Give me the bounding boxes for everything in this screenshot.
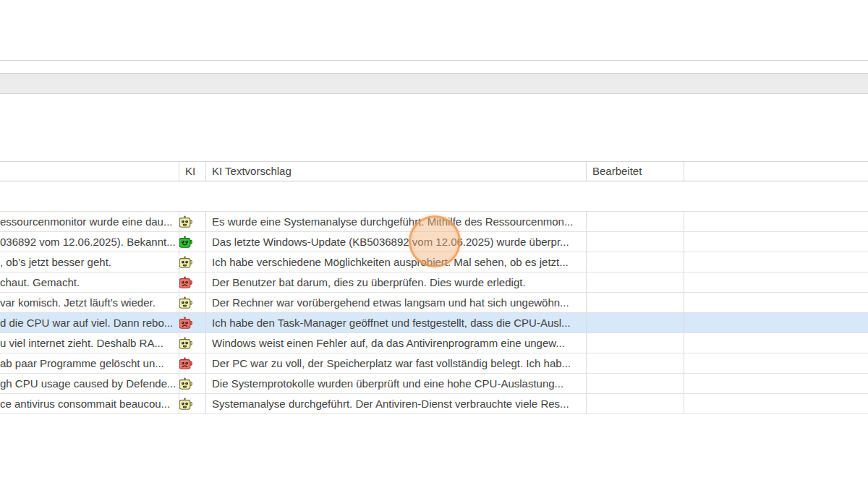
robot-neutral-icon	[179, 252, 206, 272]
cell-suggestion: Ich habe den Task-Manager geöffnet und f…	[206, 313, 587, 332]
cell-extra	[684, 313, 868, 332]
cell-left: ce antivirus consommait beaucou...	[0, 394, 179, 413]
table-row[interactable]: ab paar Programme gelöscht un...	[0, 353, 868, 374]
cell-ki	[179, 313, 206, 332]
toolbar-divider	[0, 60, 868, 61]
robot-neutral-icon	[179, 212, 206, 231]
cell-extra	[684, 394, 868, 413]
cell-edited	[587, 353, 684, 373]
cell-suggestion: Es wurde eine Systemanalyse durchgeführt…	[206, 212, 587, 231]
application-window: KI KI Textvorschlag Bearbeitet essourcen…	[0, 0, 868, 485]
cell-extra	[684, 272, 868, 292]
cell-extra	[684, 374, 868, 393]
cell-left: 036892 vom 12.06.2025). Bekannt...	[0, 232, 179, 252]
column-header-ki-textvorschlag[interactable]: KI Textvorschlag	[206, 162, 587, 181]
robot-sad-icon	[179, 313, 206, 332]
cell-edited	[587, 252, 684, 272]
cell-left: gh CPU usage caused by Defende...	[0, 374, 179, 393]
cell-ki	[179, 272, 206, 292]
grid-header-row: KI KI Textvorschlag Bearbeitet	[0, 161, 868, 181]
robot-happy-icon	[179, 232, 206, 252]
cell-edited	[587, 313, 684, 332]
cell-edited	[587, 212, 684, 231]
cell-ki	[179, 212, 206, 231]
cell-left: var komisch. Jetzt läuft’s wieder.	[0, 293, 179, 312]
cell-edited	[587, 374, 684, 393]
robot-neutral-icon	[179, 394, 206, 413]
column-header-main[interactable]	[0, 162, 179, 181]
column-header-extra[interactable]	[684, 162, 868, 181]
cell-edited	[587, 394, 684, 413]
cell-left: d die CPU war auf viel. Dann rebo...	[0, 313, 179, 332]
cell-left: essourcenmonitor wurde eine dau...	[0, 212, 179, 231]
table-row[interactable]: var komisch. Jetzt läuft’s wieder.	[0, 293, 868, 313]
cell-extra	[684, 212, 868, 231]
table-body: essourcenmonitor wurde eine dau...	[0, 211, 868, 414]
cell-extra	[684, 353, 868, 373]
cell-ki	[179, 232, 206, 252]
table-row[interactable]: gh CPU usage caused by Defende...	[0, 374, 868, 394]
collapsed-toolbar-band	[0, 73, 868, 94]
cell-ki	[179, 293, 206, 312]
cell-edited	[587, 293, 684, 312]
robot-neutral-icon	[179, 333, 206, 353]
cell-edited	[587, 272, 684, 292]
cell-suggestion: Der Benutzer bat darum, dies zu überprüf…	[206, 272, 587, 292]
cell-suggestion: Die Systemprotokolle wurden überprüft un…	[206, 374, 587, 393]
cell-suggestion: Der Rechner war vorübergehend etwas lang…	[206, 293, 587, 312]
cell-extra	[684, 232, 868, 252]
robot-neutral-icon	[179, 374, 206, 393]
cell-left: chaut. Gemacht.	[0, 272, 179, 292]
cell-edited	[587, 232, 684, 252]
cell-ki	[179, 333, 206, 353]
table-row[interactable]: u viel internet zieht. Deshalb RA...	[0, 333, 868, 353]
table-row[interactable]: 036892 vom 12.06.2025). Bekannt...	[0, 232, 868, 252]
cell-suggestion: Das letzte Windows-Update (KB5036892 vom…	[206, 232, 587, 252]
table-row[interactable]: essourcenmonitor wurde eine dau...	[0, 212, 868, 232]
cell-ki	[179, 353, 206, 373]
cell-ki	[179, 374, 206, 393]
table-row[interactable]: chaut. Gemacht.	[0, 272, 868, 293]
cell-left: ab paar Programme gelöscht un...	[0, 353, 179, 373]
cell-ki	[179, 252, 206, 272]
cell-edited	[587, 333, 684, 353]
cell-suggestion: Windows weist einen Fehler auf, da das A…	[206, 333, 587, 353]
table-row[interactable]: , ob’s jetzt besser geht.	[0, 252, 868, 272]
cell-suggestion: Der PC war zu voll, der Speicherplatz wa…	[206, 353, 587, 373]
table-row[interactable]: d die CPU war auf viel. Dann rebo...	[0, 313, 868, 333]
cell-extra	[684, 333, 868, 353]
cell-suggestion: Systemanalyse durchgeführt. Der Antivire…	[206, 394, 587, 413]
column-header-ki[interactable]: KI	[179, 162, 206, 181]
cell-extra	[684, 252, 868, 272]
robot-sad-icon	[179, 353, 206, 373]
cell-left: , ob’s jetzt besser geht.	[0, 252, 179, 272]
cell-left: u viel internet zieht. Deshalb RA...	[0, 333, 179, 353]
table-row[interactable]: ce antivirus consommait beaucou...	[0, 394, 868, 414]
cell-ki	[179, 394, 206, 413]
cell-suggestion: Ich habe verschiedene Möglichkeiten ausp…	[206, 252, 587, 272]
robot-sad-icon	[179, 272, 206, 292]
cell-extra	[684, 293, 868, 312]
robot-neutral-icon	[179, 293, 206, 312]
column-header-bearbeitet[interactable]: Bearbeitet	[587, 162, 684, 181]
